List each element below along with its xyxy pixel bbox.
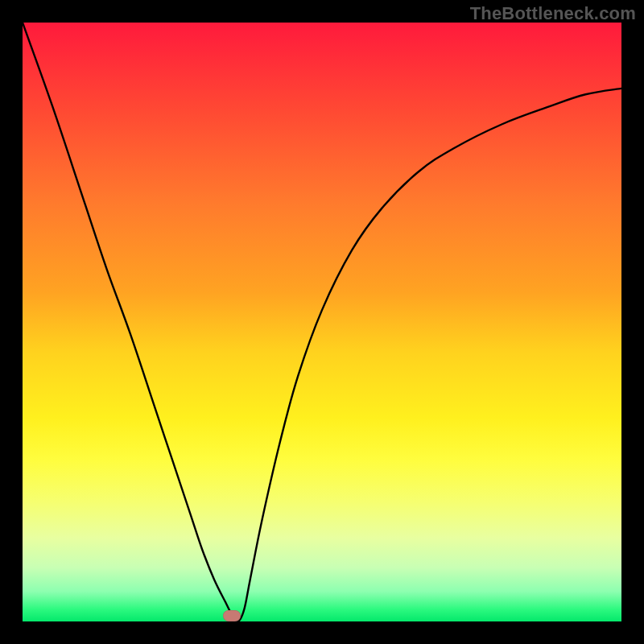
chart-frame: TheBottleneck.com [0, 0, 644, 644]
plot-area [23, 23, 621, 621]
bottleneck-curve [23, 23, 621, 621]
watermark-text: TheBottleneck.com [470, 3, 636, 24]
optimal-point-marker [223, 610, 241, 621]
